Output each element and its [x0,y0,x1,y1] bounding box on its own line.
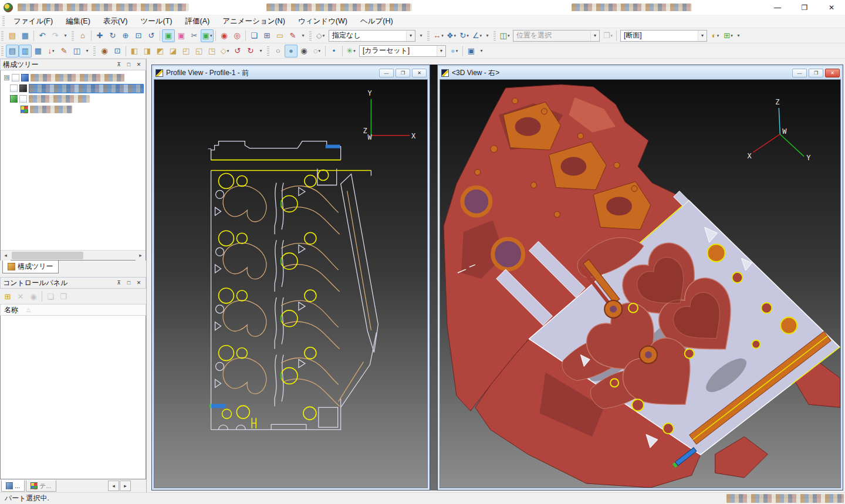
edit-note-icon[interactable]: ✎ [58,45,70,57]
child-close-icon[interactable]: ✕ [412,69,427,77]
cross-select-icon[interactable]: ✂ [188,29,201,42]
measure-window-icon[interactable]: ⊞ [261,29,273,42]
expander-icon[interactable]: ⊟ [4,75,9,80]
section-grid-icon[interactable]: ⊞▾ [722,29,735,42]
pan-icon[interactable]: ✚ [93,29,106,42]
view-iso-icon[interactable]: ◳ [205,45,218,57]
select-shape-icon[interactable]: ▣ [175,29,188,42]
menu-item-7[interactable]: ウィンドウ(W) [292,15,354,28]
toolbar-overflow-icon[interactable]: ▾ [478,45,485,57]
toolbar-grip[interactable] [309,31,312,40]
name-column-header[interactable]: 名称 △ [0,304,146,316]
menu-item-5[interactable]: 評価(A) [179,15,217,28]
view-back-icon[interactable]: ◨ [141,45,154,57]
profile-viewport[interactable]: Y X Z W [154,79,428,488]
orbit-target-icon[interactable]: ◉ [98,45,111,57]
vertex-display-icon[interactable]: • [327,45,340,57]
toolbar-grip[interactable] [427,31,430,40]
maximize-panel-icon[interactable]: □ [124,60,133,69]
zoom-region-icon[interactable]: ⊡ [132,29,145,42]
tree-row-selected[interactable] [2,83,144,93]
shaded-mode-icon[interactable]: ● [285,45,298,57]
add-panel-item-icon[interactable]: ⊞ [1,290,14,303]
minimize-button[interactable]: — [764,0,791,15]
select-part-icon[interactable]: ▣▾ [201,29,214,42]
pin-icon[interactable]: ⊼ [114,60,123,69]
menu-item-2[interactable]: 編集(E) [59,15,97,28]
fit-view-icon[interactable]: ⊡ [111,45,124,57]
view-right-icon[interactable]: ◪ [167,45,180,57]
shaded-edge-mode-icon[interactable]: ◉ [298,45,310,57]
tree-panel-toggle-icon[interactable]: ▤ [6,45,19,57]
property-panel-icon[interactable]: ▦ [32,45,45,57]
menu-item-1[interactable]: ファイル(F) [7,15,59,28]
structure-tree-header[interactable]: 構成ツリー ⊼ □ ✕ [0,59,146,70]
pick-point-icon[interactable]: ◉ [218,29,231,42]
orbit-icon[interactable]: ↻ [106,29,119,42]
hidden-line-mode-icon[interactable]: ◌▾ [310,45,323,57]
scrollbar-thumb[interactable] [12,252,83,259]
menubar-grip[interactable] [2,16,5,26]
child-restore-icon[interactable]: ❐ [396,69,410,77]
menu-item-6[interactable]: アニメーション(N) [216,15,292,28]
control-panel-list[interactable] [0,316,146,479]
home-view-icon[interactable]: ⌂ [76,29,89,42]
display-settings-icon[interactable]: ▣ [465,45,478,57]
close-button[interactable]: ✕ [818,0,845,15]
toolbar-overflow-icon[interactable]: ▾ [735,29,742,42]
measure-edit-icon[interactable]: ✎ [286,29,299,42]
delete-panel-item-icon[interactable]: ✕ [14,290,27,303]
toolbar-grip[interactable] [93,46,96,56]
save-icon[interactable]: ▦ [19,29,32,42]
view3d-viewport[interactable]: Z W X Y [440,79,841,488]
measure-rotate-icon[interactable]: ↻▾ [458,29,471,42]
toolbar-grip[interactable] [1,31,4,40]
tree-row[interactable] [2,94,144,104]
control-panel-header[interactable]: コントロールパネル ⊼ □ ✕ [0,277,146,289]
pick-region-icon[interactable]: ◎ [231,29,244,42]
measure-center-icon[interactable]: ❖▾ [445,29,458,42]
maximize-panel-icon[interactable]: □ [124,279,133,287]
rotate-view-icon[interactable]: ↺ [145,29,158,42]
preview-panel-toggle-icon[interactable]: ▥ [19,45,32,57]
profile-window-titlebar[interactable]: Profile View - Profile-1 - 前 — ❐ ✕ [154,67,428,79]
display-filter-icon[interactable]: ◇▾ [314,29,327,42]
view-top-icon[interactable]: ◰ [180,45,192,57]
item-copy-icon[interactable]: ❏ [44,290,57,303]
tree-root-row[interactable]: ⊟ [2,73,144,83]
scroll-left-icon[interactable]: ◂ [1,251,11,261]
view-iso2-icon[interactable]: ◇▾ [218,45,231,57]
toolbar-overflow-icon[interactable]: ▾ [83,45,91,57]
child-minimize-icon[interactable]: — [792,69,807,77]
material-icon[interactable]: ✳▾ [344,45,357,57]
tree-row[interactable] [2,104,144,114]
scroll-right-icon[interactable]: ▸ [136,251,146,261]
toolbar-grip[interactable] [267,46,269,56]
wireframe-mode-icon[interactable]: ○ [272,45,285,57]
zoom-icon[interactable]: ⊕ [119,29,132,42]
book-view-icon[interactable]: ◫ [70,45,83,57]
tab-structure-tree[interactable]: 構成ツリー [2,261,59,273]
filter-combo[interactable]: 指定なし▾ [329,30,415,42]
menu-item-4[interactable]: ツール(T) [134,15,178,28]
toolbar-grip[interactable] [494,31,496,40]
close-panel-icon[interactable]: ✕ [134,60,143,69]
import-annotation-icon[interactable]: ↓▾ [45,45,58,57]
child-minimize-icon[interactable]: — [379,69,394,77]
select-solid-icon[interactable]: ▣ [162,29,175,42]
section-name-combo[interactable]: [断面]▾ [620,30,707,42]
open-file-icon[interactable]: ▤ [6,29,19,42]
rotate-right-icon[interactable]: ↻ [244,45,257,57]
undo-icon[interactable]: ↶ [36,29,49,42]
view-left-icon[interactable]: ◩ [154,45,167,57]
measure-angle-icon[interactable]: ∠▾ [471,29,484,42]
close-panel-icon[interactable]: ✕ [134,279,143,287]
item-apply-icon[interactable]: ❐ [57,290,70,303]
section-lamp-icon[interactable]: ◐▾ [709,29,722,42]
toolbar-overflow-icon[interactable]: ▾ [299,29,307,42]
environment-icon[interactable]: ●▾ [448,45,461,57]
tab-control-items[interactable]: ... [1,480,25,492]
restore-button[interactable]: ❐ [791,0,818,15]
measure-distance-icon[interactable]: ↔▾ [432,29,445,42]
pick-stack-icon[interactable]: ❏ [248,29,261,42]
